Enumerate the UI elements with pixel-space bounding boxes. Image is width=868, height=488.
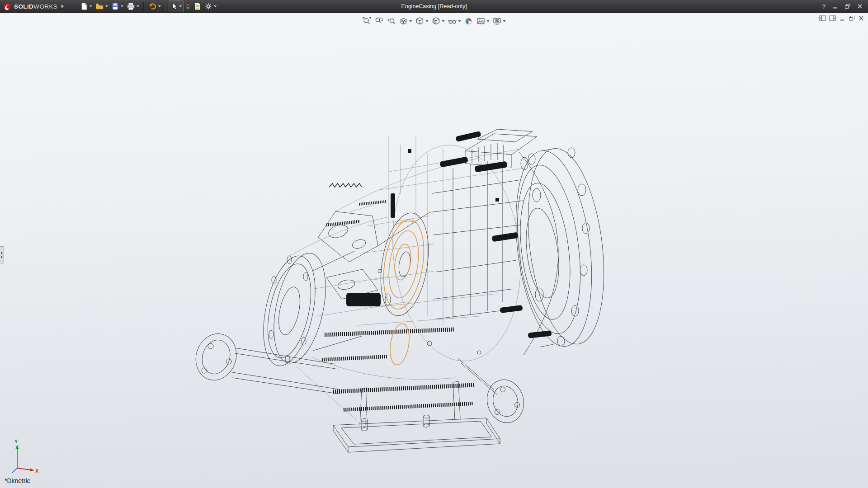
rebuild-stoplight-icon bbox=[185, 2, 191, 10]
window-controls: ? bbox=[822, 3, 868, 10]
zoom-to-area-icon bbox=[375, 17, 384, 26]
file-properties-button[interactable] bbox=[193, 1, 203, 12]
featuremanager-pane-icon bbox=[819, 15, 826, 21]
reference-triad: Y X bbox=[6, 439, 42, 477]
view-orientation-cube-icon bbox=[415, 17, 425, 26]
view-orientation-label: *Dimetric bbox=[5, 477, 30, 484]
restore-icon bbox=[844, 4, 850, 9]
file-properties-icon bbox=[194, 2, 201, 10]
expand-panel-arrow-icon bbox=[1, 252, 3, 254]
view-settings-icon bbox=[493, 17, 502, 26]
undo-icon bbox=[148, 2, 157, 10]
save-button[interactable] bbox=[110, 1, 125, 12]
options-button[interactable] bbox=[203, 1, 218, 12]
open-folder-icon bbox=[95, 2, 104, 10]
new-document-icon bbox=[80, 2, 88, 10]
zoom-to-fit-button[interactable] bbox=[362, 16, 372, 26]
headsup-view-toolbar bbox=[362, 16, 506, 26]
print-icon bbox=[127, 2, 135, 10]
display-pane-icon bbox=[829, 15, 836, 21]
toolbar-separator bbox=[165, 2, 166, 10]
window-restore-button[interactable] bbox=[844, 4, 850, 9]
document-minimize-icon bbox=[839, 15, 845, 21]
document-restore-button[interactable] bbox=[849, 15, 855, 21]
options-dropdown-icon[interactable] bbox=[214, 5, 217, 7]
document-restore-icon bbox=[849, 15, 855, 21]
close-icon bbox=[857, 4, 863, 9]
new-document-dropdown-icon[interactable] bbox=[90, 5, 92, 7]
graphics-area[interactable] bbox=[0, 13, 868, 488]
view-settings-button[interactable] bbox=[492, 16, 506, 26]
display-style-icon bbox=[432, 17, 441, 26]
solidworks-logo-icon bbox=[3, 2, 12, 11]
hide-show-glasses-icon bbox=[448, 17, 457, 26]
zoom-to-fit-icon bbox=[363, 17, 372, 26]
save-icon bbox=[111, 2, 119, 10]
expand-panel-arrow-icon bbox=[1, 256, 3, 258]
triad-x-label: X bbox=[35, 468, 39, 474]
save-dropdown-icon[interactable] bbox=[121, 5, 123, 7]
title-bar: SOLIDWORKS bbox=[0, 0, 868, 13]
edit-appearance-button[interactable] bbox=[464, 16, 474, 26]
apply-scene-button[interactable] bbox=[476, 16, 490, 26]
triad-y-label: Y bbox=[14, 439, 18, 444]
undo-button[interactable] bbox=[147, 1, 162, 12]
view-settings-dropdown-icon[interactable] bbox=[503, 20, 506, 22]
help-button[interactable]: ? bbox=[822, 3, 826, 10]
open-dropdown-icon[interactable] bbox=[105, 5, 108, 7]
view-orientation-dropdown-icon[interactable] bbox=[426, 20, 429, 22]
display-style-button[interactable] bbox=[431, 16, 445, 26]
window-minimize-button[interactable] bbox=[832, 4, 838, 9]
print-dropdown-icon[interactable] bbox=[137, 5, 139, 7]
options-gear-icon bbox=[204, 2, 212, 10]
select-button[interactable] bbox=[169, 0, 184, 12]
minimize-icon bbox=[832, 4, 838, 9]
standard-toolbar bbox=[79, 0, 218, 13]
undo-dropdown-icon[interactable] bbox=[158, 5, 161, 7]
hide-show-items-button[interactable] bbox=[448, 16, 462, 26]
previous-view-button[interactable] bbox=[387, 16, 396, 26]
display-style-dropdown-icon[interactable] bbox=[442, 20, 445, 22]
app-brand: SOLIDWORKS bbox=[0, 2, 67, 11]
window-close-button[interactable] bbox=[857, 4, 863, 9]
apply-scene-dropdown-icon[interactable] bbox=[487, 20, 490, 22]
featuremanager-collapsed-tab[interactable] bbox=[0, 246, 4, 263]
toolbar-separator bbox=[143, 2, 144, 10]
apply-scene-icon bbox=[476, 17, 486, 26]
document-close-icon bbox=[858, 15, 864, 21]
new-document-button[interactable] bbox=[79, 1, 94, 12]
menu-expand-icon[interactable] bbox=[61, 5, 64, 8]
edit-appearance-ball-icon bbox=[464, 17, 473, 26]
document-window-controls bbox=[819, 15, 864, 21]
print-button[interactable] bbox=[125, 1, 141, 12]
rebuild-button[interactable] bbox=[184, 1, 192, 12]
view-orientation-button[interactable] bbox=[415, 16, 429, 26]
featuremanager-pane-button[interactable] bbox=[819, 15, 826, 21]
select-arrow-icon bbox=[170, 2, 178, 10]
select-dropdown-icon[interactable] bbox=[179, 5, 182, 7]
zoom-to-area-button[interactable] bbox=[374, 16, 384, 26]
display-pane-button[interactable] bbox=[829, 15, 836, 21]
hide-show-items-dropdown-icon[interactable] bbox=[458, 20, 461, 22]
section-view-dropdown-icon[interactable] bbox=[410, 20, 412, 22]
document-close-button[interactable] bbox=[858, 15, 864, 21]
app-name: SOLIDWORKS bbox=[14, 3, 57, 10]
section-view-button[interactable] bbox=[399, 16, 413, 26]
section-view-icon bbox=[399, 17, 408, 26]
previous-view-icon bbox=[387, 17, 396, 26]
open-button[interactable] bbox=[94, 1, 109, 12]
document-minimize-button[interactable] bbox=[839, 15, 845, 21]
